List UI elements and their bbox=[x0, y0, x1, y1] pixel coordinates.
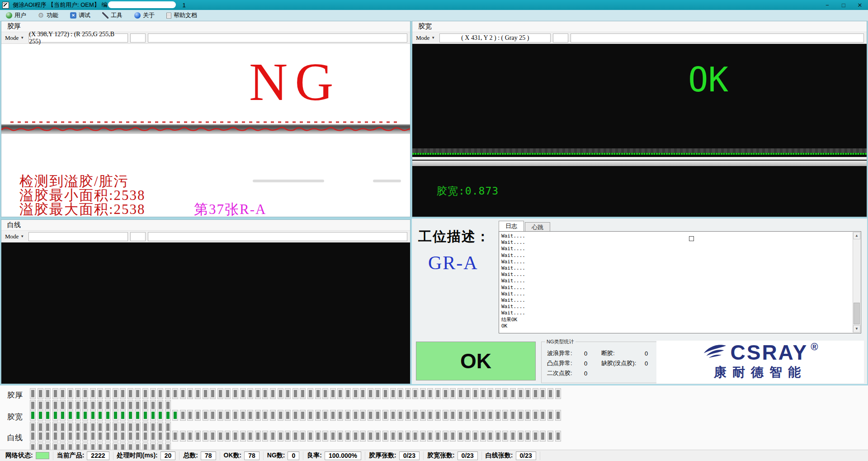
progress-cell bbox=[60, 410, 66, 421]
progress-cell-empty bbox=[474, 432, 477, 440]
toolbar-field-wide[interactable] bbox=[571, 33, 864, 43]
mode-dropdown[interactable]: Mode ▼ bbox=[3, 233, 26, 241]
maximize-button[interactable]: □ bbox=[835, 0, 852, 10]
progress-cell bbox=[405, 410, 411, 421]
toolbar-field-small[interactable] bbox=[130, 232, 146, 241]
panel-glue-width: 胶宽 Mode ▼ ( X 431, Y 2 ) : ( Gray 25 ) O… bbox=[412, 21, 867, 217]
menu-item-user[interactable]: 用户 bbox=[0, 10, 32, 21]
progress-cell bbox=[443, 431, 448, 442]
log-line: Wait.... bbox=[501, 297, 859, 304]
progress-cell-empty bbox=[481, 432, 485, 440]
scrollbar-thumb[interactable] bbox=[854, 303, 860, 324]
progress-label-white-line: 白线 bbox=[7, 432, 23, 443]
scroll-up-icon[interactable]: ▲ bbox=[853, 232, 860, 239]
tab-log[interactable]: 日志 bbox=[499, 221, 524, 231]
progress-cell bbox=[465, 410, 471, 421]
menu-item-debug[interactable]: 调试 bbox=[64, 10, 96, 21]
toolbar-field-small[interactable] bbox=[130, 33, 146, 43]
progress-cell bbox=[450, 388, 456, 399]
progress-cell-empty bbox=[279, 390, 282, 397]
status-value: 78 bbox=[244, 451, 259, 460]
menu-bar: 用户 功能 调试 工具 关于 帮助文档 bbox=[0, 10, 868, 21]
progress-cell bbox=[217, 388, 223, 399]
overall-result-indicator[interactable]: OK bbox=[416, 342, 536, 380]
status-item: 当前产品:2222 bbox=[53, 451, 113, 460]
progress-cell bbox=[510, 388, 516, 399]
panel-toolbar: Mode ▼ ( X 431, Y 2 ) : ( Gray 25 ) bbox=[412, 32, 867, 44]
log-checkbox[interactable] bbox=[689, 236, 694, 241]
progress-cell bbox=[518, 410, 524, 421]
status-value: 0/23 bbox=[516, 451, 536, 460]
progress-cell-empty bbox=[474, 412, 477, 419]
status-item: 处理时间(ms):20 bbox=[113, 451, 180, 460]
progress-cell-empty bbox=[361, 432, 364, 440]
menu-item-help[interactable]: 帮助文档 bbox=[160, 10, 203, 21]
mode-dropdown[interactable]: Mode ▼ bbox=[414, 34, 437, 42]
progress-cell-empty bbox=[69, 423, 72, 431]
progress-cell bbox=[127, 431, 133, 442]
progress-cell-empty bbox=[301, 412, 304, 419]
toolbar-field-wide[interactable] bbox=[148, 33, 407, 43]
progress-cell bbox=[165, 431, 171, 442]
progress-cell bbox=[45, 431, 51, 442]
status-value: 0/23 bbox=[399, 451, 420, 460]
progress-cell-empty bbox=[264, 390, 267, 397]
status-label: 网络状态: bbox=[5, 451, 33, 460]
progress-cell bbox=[180, 431, 186, 442]
glue-width-image[interactable]: OK 胶宽:0.873 bbox=[412, 44, 867, 217]
minimize-button[interactable]: − bbox=[819, 0, 835, 10]
progress-cell-empty bbox=[316, 390, 320, 397]
progress-cell bbox=[60, 400, 66, 411]
progress-cell bbox=[105, 400, 111, 411]
progress-cell-empty bbox=[346, 432, 349, 440]
chevron-down-icon: ▼ bbox=[431, 36, 435, 40]
progress-cell-empty bbox=[346, 390, 349, 397]
progress-cell-empty bbox=[181, 390, 184, 397]
stat-value: 0 bbox=[584, 370, 587, 377]
stat-value: 0 bbox=[584, 360, 587, 367]
status-label: 白线张数: bbox=[486, 451, 513, 460]
white-line-image[interactable] bbox=[1, 242, 410, 384]
progress-cell bbox=[90, 431, 96, 442]
progress-cell bbox=[375, 388, 381, 399]
toolbar-field-small[interactable] bbox=[553, 33, 568, 43]
progress-cell-empty bbox=[114, 402, 117, 409]
progress-cell-empty bbox=[204, 432, 207, 440]
log-body[interactable]: Wait....Wait....Wait....Wait....Wait....… bbox=[499, 231, 861, 333]
progress-cell-empty bbox=[444, 412, 447, 419]
menu-item-functions[interactable]: 功能 bbox=[32, 10, 64, 21]
progress-cell bbox=[225, 431, 231, 442]
glue-thickness-image[interactable]: NG 检测到溢胶/脏污 溢胶最小面积:2538 溢胶最大面积:2538 第37张… bbox=[1, 44, 410, 217]
progress-cell-empty bbox=[414, 412, 417, 419]
progress-cell-empty bbox=[99, 390, 102, 397]
progress-cell bbox=[510, 410, 516, 421]
mode-dropdown[interactable]: Mode ▼ bbox=[3, 34, 26, 42]
progress-cell-empty bbox=[459, 412, 462, 419]
progress-cell bbox=[255, 388, 261, 399]
progress-cell-empty bbox=[114, 423, 117, 431]
close-button[interactable]: ✕ bbox=[852, 0, 868, 10]
progress-cell bbox=[337, 410, 343, 421]
progress-cell bbox=[75, 400, 81, 411]
progress-cell bbox=[67, 410, 73, 421]
ng-type-stats-group: NG类型统计 波浪异常: 0 凸点异常: 0 二次点胶: 0 断胶: 0 缺胶(… bbox=[541, 342, 660, 383]
progress-cell bbox=[412, 410, 418, 421]
progress-cell bbox=[435, 388, 441, 399]
toolbar-field-wide[interactable] bbox=[148, 232, 407, 241]
menu-item-tools[interactable]: 工具 bbox=[96, 10, 128, 21]
menu-item-about[interactable]: 关于 bbox=[128, 10, 160, 21]
progress-cell bbox=[127, 400, 133, 411]
progress-cell bbox=[465, 431, 471, 442]
scroll-down-icon[interactable]: ▼ bbox=[853, 325, 860, 333]
log-scrollbar[interactable]: ▲ ▼ bbox=[853, 232, 860, 333]
progress-cell-empty bbox=[31, 432, 34, 440]
progress-cell bbox=[187, 431, 193, 442]
log-line: Wait.... bbox=[501, 233, 859, 239]
progress-cell-empty bbox=[534, 390, 537, 397]
tab-heartbeat[interactable]: 心跳 bbox=[525, 222, 550, 231]
panel-title: 胶宽 bbox=[412, 21, 867, 32]
progress-cell-empty bbox=[489, 412, 492, 419]
progress-cell-empty bbox=[339, 432, 342, 440]
menu-label: 工具 bbox=[111, 11, 123, 19]
document-icon bbox=[166, 13, 171, 19]
